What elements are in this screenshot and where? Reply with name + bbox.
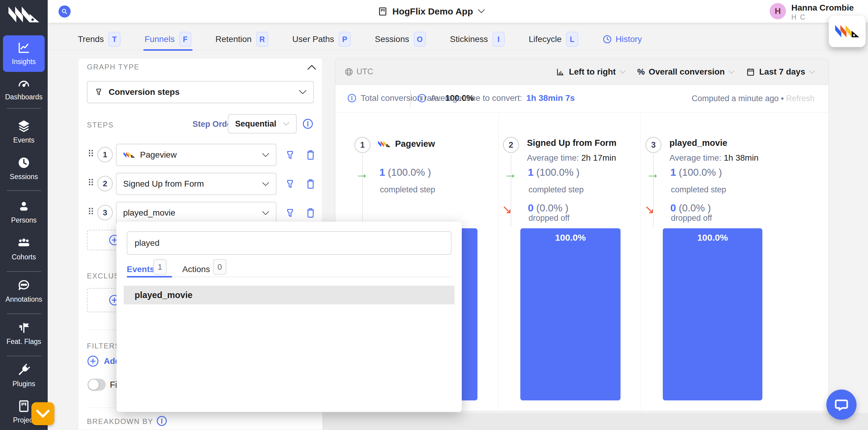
step-delete-icon[interactable] bbox=[305, 177, 316, 190]
graph-type-select[interactable]: Conversion steps bbox=[87, 81, 314, 103]
completed-metric[interactable]: 1 (100.0% ) bbox=[670, 166, 722, 178]
tab-trends[interactable]: Trends T bbox=[78, 32, 120, 47]
event-result-played-movie[interactable]: played_movie bbox=[124, 286, 455, 305]
tab-label: Retention bbox=[216, 34, 252, 44]
layout-select[interactable]: Left to right bbox=[556, 67, 626, 77]
tab-funnels[interactable]: Funnels F bbox=[145, 32, 191, 47]
completed-metric[interactable]: 1 (100.0% ) bbox=[379, 166, 431, 178]
timezone-label: UTC bbox=[356, 67, 373, 77]
tab-label: Sessions bbox=[375, 34, 409, 44]
info-icon[interactable] bbox=[347, 94, 356, 103]
chevron-down-icon bbox=[728, 70, 735, 74]
sidebar-item-label: Events bbox=[0, 136, 48, 144]
computed-label: Computed a minute ago bbox=[692, 94, 779, 103]
step-connector-line bbox=[653, 154, 654, 227]
completed-step-label: completed step bbox=[380, 185, 435, 195]
completed-pct: (100.0% ) bbox=[536, 167, 580, 178]
drag-handle[interactable]: ⠿ bbox=[88, 149, 94, 159]
funnel-bar-step-2[interactable]: 100.0% bbox=[520, 228, 621, 400]
project-switcher[interactable]: HogFlix Demo App bbox=[378, 0, 485, 23]
sidebar-item-label: Feat. Flags bbox=[0, 338, 48, 346]
step-filter-icon[interactable] bbox=[284, 178, 296, 190]
posthog-extension-card[interactable] bbox=[829, 16, 866, 47]
collapse-chevron-up-icon[interactable] bbox=[307, 65, 316, 70]
chevron-down-icon bbox=[36, 409, 50, 418]
step-filter-icon[interactable] bbox=[284, 149, 296, 161]
sidebar-divider bbox=[7, 313, 41, 314]
completed-arrow-icon: → bbox=[504, 167, 517, 180]
step-event-select-3[interactable]: played_movie bbox=[116, 202, 276, 224]
step-delete-icon[interactable] bbox=[305, 149, 316, 161]
dropped-count: 0 bbox=[670, 202, 676, 213]
tab-lifecycle[interactable]: Lifecycle L bbox=[529, 32, 578, 47]
support-chat-button[interactable] bbox=[826, 390, 857, 420]
chevron-down-icon bbox=[299, 90, 307, 94]
sidebar-item-insights[interactable]: Insights bbox=[3, 35, 45, 72]
step-order-select[interactable]: Sequential bbox=[228, 114, 297, 134]
funnel-step-name: Signed Up from Form bbox=[527, 138, 616, 148]
event-search-input[interactable] bbox=[127, 231, 452, 255]
funnel-toolbar: UTC Left to right % Overall conversion L… bbox=[335, 59, 829, 85]
step-connector-line bbox=[511, 154, 511, 227]
dropped-off-label: dropped off bbox=[671, 213, 712, 223]
sidebar-item-events[interactable]: Events bbox=[0, 119, 48, 144]
search-button[interactable] bbox=[59, 5, 71, 18]
steps-heading: STEPS bbox=[87, 121, 114, 129]
dropped-arrow-icon: ↘ bbox=[502, 203, 512, 215]
metric-select[interactable]: % Overall conversion bbox=[637, 67, 735, 77]
sidebar-item-dashboards[interactable]: Dashboards bbox=[0, 76, 48, 101]
sidebar-item-cohorts[interactable]: Cohorts bbox=[0, 236, 48, 261]
dropped-metric[interactable]: 0 (0.0% ) bbox=[528, 202, 568, 214]
filter-test-users-toggle[interactable] bbox=[88, 379, 105, 391]
search-icon bbox=[61, 8, 68, 15]
sidebar-item-annotations[interactable]: Annotations bbox=[0, 279, 48, 304]
drag-handle[interactable]: ⠿ bbox=[88, 206, 94, 217]
tab-hotkey-badge: R bbox=[256, 32, 268, 47]
info-icon[interactable] bbox=[156, 415, 167, 426]
group-icon bbox=[17, 236, 31, 250]
info-icon[interactable] bbox=[417, 94, 427, 103]
sidebar-item-feature-flags[interactable]: Feat. Flags bbox=[0, 321, 48, 346]
funnel-bar-step-3[interactable]: 100.0% bbox=[663, 228, 763, 400]
tab-hotkey-badge: O bbox=[414, 32, 426, 47]
step-event-select-2[interactable]: Signed Up from Form bbox=[116, 173, 276, 195]
sidebar: Insights Dashboards Events Sessions Pers… bbox=[0, 0, 48, 430]
tab-hotkey-badge: P bbox=[339, 32, 351, 47]
sidebar-divider bbox=[7, 108, 41, 109]
tab-stickiness[interactable]: Stickiness I bbox=[450, 32, 505, 47]
step-number: 3 bbox=[97, 205, 113, 221]
sidebar-item-label: Sessions bbox=[0, 173, 48, 181]
chevron-down-icon bbox=[809, 70, 815, 74]
chevron-down-icon bbox=[620, 70, 626, 74]
sidebar-item-plugins[interactable]: Plugins bbox=[0, 363, 48, 388]
date-range-select[interactable]: Last 7 days bbox=[746, 67, 815, 77]
refresh-link[interactable]: Refresh bbox=[786, 94, 814, 103]
step-event-select-1[interactable]: Pageview bbox=[116, 144, 276, 166]
sidebar-item-persons[interactable]: Persons bbox=[0, 199, 48, 224]
completed-metric[interactable]: 1 (100.0% ) bbox=[528, 166, 580, 178]
step-delete-icon[interactable] bbox=[305, 206, 316, 219]
column-divider bbox=[640, 113, 641, 411]
add-filter-button[interactable]: Add bbox=[87, 355, 120, 367]
timezone-indicator[interactable]: UTC bbox=[344, 67, 373, 77]
insight-tabs: Trends T Funnels F Retention R User Path… bbox=[78, 30, 642, 49]
extension-toolbar-badge[interactable] bbox=[31, 402, 54, 425]
step-order-value: Sequential bbox=[235, 119, 276, 128]
dropdown-tab-underline bbox=[127, 277, 452, 277]
tab-sessions[interactable]: Sessions O bbox=[375, 32, 426, 47]
info-icon[interactable] bbox=[302, 118, 313, 129]
dropped-metric[interactable]: 0 (0.0% ) bbox=[670, 202, 711, 214]
tab-user-paths[interactable]: User Paths P bbox=[292, 32, 351, 47]
dropdown-tab-actions[interactable]: Actions bbox=[182, 264, 210, 274]
avg-time-label: Average time: bbox=[527, 153, 579, 163]
posthog-logo-icon[interactable] bbox=[7, 6, 40, 24]
summary-separator bbox=[410, 90, 411, 107]
tab-retention[interactable]: Retention R bbox=[216, 32, 268, 47]
drag-handle[interactable]: ⠿ bbox=[88, 177, 94, 188]
history-link[interactable]: History bbox=[602, 34, 642, 44]
dropdown-tab-events[interactable]: Events bbox=[127, 264, 155, 274]
sidebar-item-sessions[interactable]: Sessions bbox=[0, 156, 48, 181]
user-name: Hanna Crombie bbox=[791, 3, 854, 13]
funnel-summary-bar: Total conversion rate: 100.0% Average ti… bbox=[335, 85, 829, 113]
step-filter-icon[interactable] bbox=[284, 207, 296, 219]
